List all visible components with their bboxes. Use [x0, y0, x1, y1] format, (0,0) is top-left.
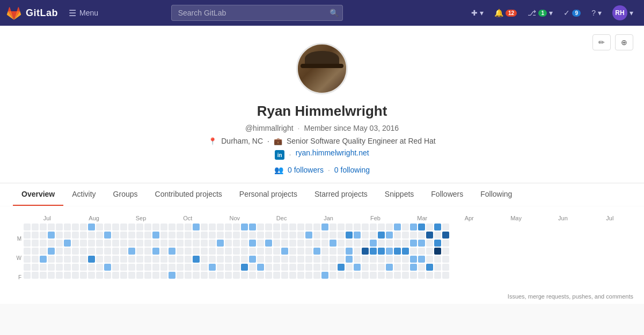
- calendar-day[interactable]: [442, 240, 449, 247]
- calendar-day[interactable]: [370, 240, 377, 247]
- calendar-day[interactable]: [201, 264, 208, 271]
- calendar-day[interactable]: [72, 232, 79, 239]
- calendar-day[interactable]: [410, 224, 417, 230]
- calendar-day[interactable]: [56, 240, 63, 247]
- calendar-day[interactable]: [24, 248, 31, 255]
- calendar-day[interactable]: [201, 248, 208, 255]
- calendar-day[interactable]: [249, 240, 256, 247]
- calendar-day[interactable]: [56, 256, 63, 263]
- calendar-day[interactable]: [185, 256, 192, 263]
- calendar-day[interactable]: [434, 272, 441, 279]
- calendar-day[interactable]: [338, 240, 345, 247]
- calendar-day[interactable]: [426, 232, 433, 239]
- calendar-day[interactable]: [241, 264, 248, 271]
- calendar-day[interactable]: [354, 224, 361, 230]
- calendar-day[interactable]: [32, 248, 39, 255]
- calendar-day[interactable]: [257, 272, 264, 279]
- calendar-day[interactable]: [40, 264, 47, 271]
- calendar-day[interactable]: [249, 248, 256, 255]
- calendar-day[interactable]: [193, 232, 200, 239]
- calendar-day[interactable]: [48, 256, 55, 263]
- calendar-day[interactable]: [104, 256, 111, 263]
- calendar-day[interactable]: [104, 232, 111, 239]
- calendar-day[interactable]: [313, 240, 320, 247]
- calendar-day[interactable]: [144, 232, 151, 239]
- calendar-day[interactable]: [169, 232, 175, 239]
- calendar-day[interactable]: [265, 248, 272, 255]
- tab-personal-projects[interactable]: Personal projects: [231, 183, 306, 206]
- calendar-day[interactable]: [185, 264, 192, 271]
- calendar-day[interactable]: [217, 264, 224, 271]
- calendar-day[interactable]: [144, 264, 151, 271]
- calendar-day[interactable]: [442, 224, 449, 230]
- calendar-day[interactable]: [249, 224, 256, 230]
- search-input[interactable]: [171, 5, 343, 21]
- calendar-day[interactable]: [297, 224, 304, 230]
- calendar-day[interactable]: [297, 272, 304, 279]
- calendar-day[interactable]: [434, 232, 441, 239]
- calendar-day[interactable]: [209, 264, 216, 271]
- calendar-day[interactable]: [249, 232, 256, 239]
- calendar-day[interactable]: [273, 224, 280, 230]
- calendar-day[interactable]: [426, 248, 433, 255]
- calendar-day[interactable]: [56, 272, 63, 279]
- calendar-day[interactable]: [201, 240, 208, 247]
- calendar-day[interactable]: [32, 272, 39, 279]
- calendar-day[interactable]: [128, 248, 135, 255]
- calendar-day[interactable]: [418, 248, 425, 255]
- calendar-day[interactable]: [362, 248, 369, 255]
- calendar-day[interactable]: [209, 248, 216, 255]
- calendar-day[interactable]: [410, 248, 417, 255]
- calendar-day[interactable]: [305, 240, 312, 247]
- calendar-day[interactable]: [128, 272, 135, 279]
- calendar-day[interactable]: [185, 248, 192, 255]
- calendar-day[interactable]: [225, 224, 232, 230]
- calendar-day[interactable]: [233, 264, 240, 271]
- calendar-day[interactable]: [346, 272, 353, 279]
- calendar-day[interactable]: [48, 224, 55, 230]
- calendar-day[interactable]: [426, 264, 433, 271]
- calendar-day[interactable]: [386, 264, 393, 271]
- calendar-day[interactable]: [289, 224, 296, 230]
- calendar-day[interactable]: [313, 272, 320, 279]
- calendar-day[interactable]: [402, 232, 409, 239]
- calendar-day[interactable]: [378, 256, 385, 263]
- calendar-day[interactable]: [321, 240, 328, 247]
- calendar-day[interactable]: [56, 224, 63, 230]
- calendar-day[interactable]: [289, 232, 296, 239]
- calendar-day[interactable]: [48, 264, 55, 271]
- calendar-day[interactable]: [257, 240, 264, 247]
- calendar-day[interactable]: [354, 272, 361, 279]
- calendar-day[interactable]: [193, 224, 200, 230]
- calendar-day[interactable]: [346, 224, 353, 230]
- calendar-day[interactable]: [160, 256, 167, 263]
- calendar-day[interactable]: [72, 224, 79, 230]
- calendar-day[interactable]: [233, 248, 240, 255]
- calendar-day[interactable]: [217, 256, 224, 263]
- calendar-day[interactable]: [80, 248, 87, 255]
- calendar-day[interactable]: [136, 264, 143, 271]
- calendar-day[interactable]: [378, 240, 385, 247]
- calendar-day[interactable]: [96, 232, 103, 239]
- calendar-day[interactable]: [72, 248, 79, 255]
- calendar-day[interactable]: [402, 248, 409, 255]
- calendar-day[interactable]: [32, 256, 39, 263]
- calendar-day[interactable]: [330, 224, 336, 230]
- calendar-day[interactable]: [112, 264, 119, 271]
- calendar-day[interactable]: [378, 232, 385, 239]
- calendar-day[interactable]: [338, 248, 345, 255]
- calendar-day[interactable]: [330, 232, 336, 239]
- calendar-day[interactable]: [297, 264, 304, 271]
- calendar-day[interactable]: [80, 240, 87, 247]
- website-link[interactable]: ryan.himmelwright.net: [296, 148, 369, 157]
- calendar-day[interactable]: [136, 224, 143, 230]
- calendar-day[interactable]: [289, 256, 296, 263]
- calendar-day[interactable]: [152, 248, 159, 255]
- calendar-day[interactable]: [185, 224, 192, 230]
- calendar-day[interactable]: [104, 272, 111, 279]
- calendar-day[interactable]: [169, 272, 175, 279]
- calendar-day[interactable]: [217, 232, 224, 239]
- calendar-day[interactable]: [209, 240, 216, 247]
- calendar-day[interactable]: [169, 224, 175, 230]
- calendar-day[interactable]: [193, 256, 200, 263]
